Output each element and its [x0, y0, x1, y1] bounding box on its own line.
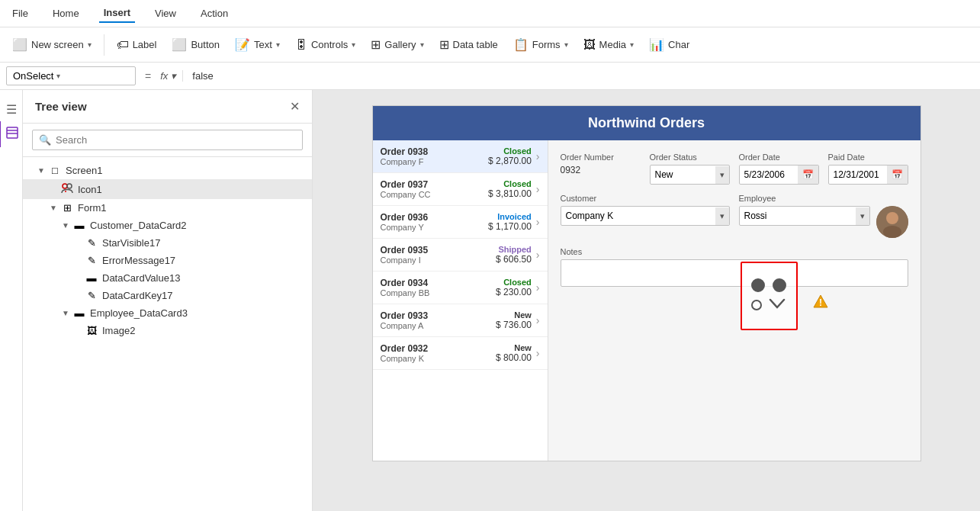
datacardvalue-icon: ▬: [84, 272, 99, 284]
gallery-icon: ⊞: [371, 37, 381, 52]
form-row-notes: Notes: [561, 247, 908, 287]
forms-button[interactable]: 📋 Forms ▾: [507, 34, 574, 56]
customer-field: Customer Company K ▾: [561, 194, 730, 238]
app-preview: Northwind Orders Order 0938 Company F Cl…: [372, 105, 921, 461]
employee-select-input[interactable]: Rossi: [740, 207, 856, 225]
chart-button[interactable]: 📊 Char: [643, 34, 696, 56]
order-chevron-0933: ›: [536, 314, 540, 326]
tree-title: Tree view: [35, 100, 87, 113]
order-chevron-0936: ›: [536, 216, 540, 228]
menu-insert[interactable]: Insert: [99, 4, 135, 23]
gallery-button[interactable]: ⊞ Gallery ▾: [365, 34, 429, 56]
tree-item-errormessage17[interactable]: ✎ ErrorMessage17: [23, 252, 312, 269]
order-date-input-wrap: 📅: [739, 165, 819, 185]
icon1-selected-overlay[interactable]: [741, 262, 798, 330]
order-item-0936[interactable]: Order 0936 Company Y Invoiced $ 1,170.00…: [373, 206, 548, 239]
order-date-input[interactable]: [740, 166, 798, 184]
order-date-field: Order Date 📅: [739, 153, 819, 185]
canvas-area: ! Northwind Orders Order 0938 Company F: [313, 90, 980, 511]
order-item-0933[interactable]: Order 0933 Company A New $ 736.00 ›: [373, 304, 548, 337]
menu-view[interactable]: View: [150, 5, 181, 22]
notes-input[interactable]: [561, 259, 908, 287]
tree-item-form1[interactable]: ▼ ⊞ Form1: [23, 199, 312, 217]
menu-action[interactable]: Action: [196, 5, 233, 22]
svg-point-10: [883, 226, 901, 238]
tree-header: Tree view ✕: [23, 90, 312, 124]
tree-item-datacardkey17[interactable]: ✎ DataCardKey17: [23, 287, 312, 304]
employee-field: Employee Rossi ▾: [739, 194, 908, 238]
order-chevron-0938: ›: [536, 150, 540, 162]
order-info-0934: Order 0934 Company BB: [381, 278, 492, 297]
main-content: ☰ Tree view ✕ 🔍 ▼ □ Screen1: [0, 90, 980, 511]
chart-icon: 📊: [649, 37, 664, 52]
layers-icon[interactable]: [0, 121, 24, 147]
button-icon: ⬜: [172, 37, 187, 52]
tree-panel: Tree view ✕ 🔍 ▼ □ Screen1: [23, 90, 313, 511]
dot-right: [773, 278, 786, 292]
menu-file[interactable]: File: [8, 5, 33, 22]
order-status-0937: Closed: [488, 179, 532, 188]
image-node-icon: 🖼: [84, 325, 99, 336]
new-screen-button[interactable]: ⬜ New screen ▾: [6, 34, 98, 56]
search-icon: 🔍: [39, 134, 51, 146]
tree-item-icon1[interactable]: Icon1: [23, 179, 312, 199]
tree-item-screen1[interactable]: ▼ □ Screen1: [23, 162, 312, 179]
svg-point-9: [886, 212, 898, 224]
paid-date-calendar-icon[interactable]: 📅: [887, 166, 908, 184]
expand-icon[interactable]: ▼: [35, 166, 47, 175]
tree-close-button[interactable]: ✕: [290, 99, 300, 114]
order-status-select-input[interactable]: New Closed Invoiced Shipped: [651, 166, 715, 184]
customer-select-input[interactable]: Company K: [561, 207, 715, 225]
tree-item-starvisible17[interactable]: ✎ StarVisible17: [23, 234, 312, 252]
expand-form1[interactable]: ▼: [47, 204, 59, 212]
left-sidebar-toggle: ☰: [0, 90, 23, 511]
paid-date-input[interactable]: [829, 166, 887, 184]
button-button[interactable]: ⬜ Button: [165, 34, 226, 56]
formula-selector-value: OnSelect: [13, 70, 53, 82]
tree-item-employee-datacard3[interactable]: ▼ ▬ Employee_DataCard3: [23, 304, 312, 322]
menu-home[interactable]: Home: [48, 5, 84, 22]
order-chevron-0932: ›: [536, 347, 540, 359]
datacardkey-icon: ✎: [84, 290, 99, 301]
order-info-0933: Order 0933 Company A: [381, 310, 492, 330]
text-button[interactable]: 📝 Text ▾: [229, 34, 286, 56]
text-icon: 📝: [235, 37, 250, 52]
tree-search-box: 🔍: [32, 130, 303, 150]
tree-item-image2[interactable]: 🖼 Image2: [23, 322, 312, 339]
expand-customer-dc2[interactable]: ▼: [59, 221, 72, 230]
employee-select[interactable]: Rossi ▾: [739, 206, 870, 226]
tree-item-customer-datacard2[interactable]: ▼ ▬ Customer_DataCard2: [23, 217, 312, 234]
order-item-0937[interactable]: Order 0937 Company CC Closed $ 3,810.00 …: [373, 173, 548, 206]
order-chevron-0935: ›: [536, 249, 540, 261]
controls-button[interactable]: 🎛 Controls ▾: [289, 34, 361, 56]
label-button[interactable]: 🏷 Label: [111, 34, 163, 56]
app-title: Northwind Orders: [588, 115, 705, 130]
order-status-0932: New: [496, 343, 532, 352]
svg-point-3: [63, 184, 67, 188]
expand-employee-dc3[interactable]: ▼: [59, 309, 72, 317]
employee-chevron: ▾: [856, 207, 869, 225]
order-status-select[interactable]: New Closed Invoiced Shipped ▾: [650, 165, 730, 185]
errormessage-icon: ✎: [84, 255, 99, 266]
paid-date-field: Paid Date 📅: [828, 153, 908, 185]
tree-item-datacardvalue13[interactable]: ▬ DataCardValue13: [23, 269, 312, 287]
orders-list: Order 0938 Company F Closed $ 2,870.00 ›: [373, 140, 548, 461]
form-node-icon: ⊞: [59, 202, 75, 214]
formula-value[interactable]: false: [188, 70, 974, 82]
customer-label: Customer: [561, 194, 730, 203]
formula-selector[interactable]: OnSelect ▾: [6, 66, 136, 85]
data-table-button[interactable]: ⊞ Data table: [433, 34, 504, 56]
order-amount-0934: $ 230.00: [496, 287, 532, 297]
search-input[interactable]: [56, 134, 296, 146]
media-button[interactable]: 🖼 Media ▾: [577, 34, 640, 56]
order-number-value: 0932: [561, 165, 641, 175]
order-item-0932[interactable]: Order 0932 Company K New $ 800.00 ›: [373, 337, 548, 370]
hamburger-icon[interactable]: ☰: [2, 98, 21, 121]
screen-icon: ⬜: [12, 37, 27, 52]
order-item-0938[interactable]: Order 0938 Company F Closed $ 2,870.00 ›: [373, 140, 548, 173]
order-item-0935[interactable]: Order 0935 Company I Shipped $ 606.50 ›: [373, 239, 548, 272]
customer-select[interactable]: Company K ▾: [561, 206, 730, 226]
order-item-0934[interactable]: Order 0934 Company BB Closed $ 230.00 ›: [373, 272, 548, 304]
order-date-calendar-icon[interactable]: 📅: [798, 166, 818, 184]
toolbar: ⬜ New screen ▾ 🏷 Label ⬜ Button 📝 Text ▾…: [0, 27, 980, 63]
